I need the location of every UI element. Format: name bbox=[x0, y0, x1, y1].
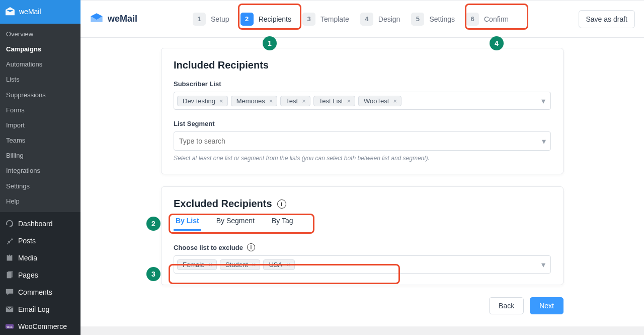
chip-remove-icon[interactable]: × bbox=[301, 97, 307, 105]
sidebar-item-integrations[interactable]: Integrations bbox=[0, 163, 80, 178]
step-design[interactable]: 4Design bbox=[360, 13, 400, 26]
chip-label: USA bbox=[269, 261, 282, 269]
wp-nav-woocommerce[interactable]: WooWooCommerce bbox=[0, 318, 80, 335]
wp-nav-email-log[interactable]: Email Log bbox=[0, 301, 80, 318]
chip-label: Student bbox=[225, 261, 248, 269]
excluded-tabs: By ListBy SegmentBy Tag bbox=[174, 212, 551, 230]
chip-label: Dev testing bbox=[183, 97, 215, 105]
step-setup[interactable]: 1Setup bbox=[193, 13, 229, 26]
stepper: 1Setup2Recipients3Template4Design5Settin… bbox=[193, 13, 509, 26]
sidebar-main-nav: DashboardPostsMediaPagesCommentsEmail Lo… bbox=[0, 212, 80, 335]
pages-icon bbox=[5, 271, 14, 280]
chevron-down-icon: ▾ bbox=[542, 137, 546, 146]
chip-remove-icon[interactable]: × bbox=[285, 261, 291, 269]
pin-icon bbox=[5, 236, 14, 245]
segment-helper-text: Select at least one list or segment from… bbox=[174, 155, 551, 162]
step-number: 3 bbox=[302, 13, 315, 26]
sidebar-item-help[interactable]: Help bbox=[0, 194, 80, 209]
step-label: Design bbox=[378, 15, 400, 23]
wp-nav-posts[interactable]: Posts bbox=[0, 232, 80, 249]
sidebar-submenu: OverviewCampaignsAutomationsListsSuppres… bbox=[0, 24, 80, 212]
choose-list-label-text: Choose list to exclude bbox=[174, 244, 243, 251]
wp-nav-label: Pages bbox=[18, 271, 38, 279]
step-confirm[interactable]: 6Confirm bbox=[466, 13, 509, 26]
sidebar-item-lists[interactable]: Lists bbox=[0, 72, 80, 87]
included-recipients-card: Included Recipients Subscriber List Dev … bbox=[161, 48, 564, 174]
tab-by-tag[interactable]: By Tag bbox=[270, 212, 295, 230]
chip-label: Memories bbox=[236, 97, 265, 105]
info-icon[interactable]: i bbox=[247, 243, 255, 251]
tab-by-segment[interactable]: By Segment bbox=[214, 212, 257, 230]
step-label: Recipients bbox=[259, 15, 291, 23]
chip-label: Female bbox=[183, 261, 204, 269]
sidebar-item-overview[interactable]: Overview bbox=[0, 27, 80, 42]
chip-remove-icon[interactable]: × bbox=[268, 97, 274, 105]
step-label: Template bbox=[320, 15, 349, 23]
step-label: Settings bbox=[429, 15, 455, 23]
wp-nav-label: Media bbox=[18, 254, 37, 262]
subscriber-list-chip: Test List× bbox=[313, 96, 355, 106]
sidebar-item-forms[interactable]: Forms bbox=[0, 103, 80, 118]
sidebar-item-billing[interactable]: Billing bbox=[0, 148, 80, 163]
chip-remove-icon[interactable]: × bbox=[207, 261, 213, 269]
info-icon[interactable]: i bbox=[277, 199, 286, 209]
step-recipients[interactable]: 2Recipients bbox=[240, 13, 291, 26]
subscriber-list-chip: Memories× bbox=[231, 96, 278, 106]
wp-nav-label: Dashboard bbox=[18, 220, 53, 228]
subscriber-list-multiselect[interactable]: Dev testing×Memories×Test×Test List×WooT… bbox=[174, 92, 551, 110]
step-settings[interactable]: 5Settings bbox=[411, 13, 455, 26]
chip-remove-icon[interactable]: × bbox=[346, 97, 352, 105]
chip-remove-icon[interactable]: × bbox=[251, 261, 257, 269]
exclude-list-multiselect[interactable]: Female×Student×USA×▾ bbox=[174, 255, 551, 274]
step-template[interactable]: 3Template bbox=[302, 13, 349, 26]
wp-nav-pages[interactable]: Pages bbox=[0, 266, 80, 284]
sidebar-item-settings[interactable]: Settings bbox=[0, 179, 80, 194]
wp-nav-media[interactable]: Media bbox=[0, 249, 80, 266]
wp-sidebar: weMail OverviewCampaignsAutomationsLists… bbox=[0, 0, 80, 335]
step-number: 5 bbox=[411, 13, 424, 26]
save-as-draft-button[interactable]: Save as draft bbox=[579, 10, 635, 28]
sidebar-item-campaigns[interactable]: Campaigns bbox=[0, 42, 80, 57]
chevron-down-icon: ▾ bbox=[541, 260, 545, 270]
wp-nav-label: Comments bbox=[18, 288, 52, 296]
wemail-logo-icon bbox=[90, 12, 104, 26]
topbar: weMail 1Setup2Recipients3Template4Design… bbox=[80, 1, 644, 38]
step-number: 4 bbox=[360, 13, 373, 26]
exclude-list-chip: USA× bbox=[263, 259, 294, 270]
next-button[interactable]: Next bbox=[530, 297, 564, 314]
email-icon bbox=[5, 305, 14, 314]
sidebar-wemail-header[interactable]: weMail bbox=[0, 0, 80, 24]
sidebar-item-import[interactable]: Import bbox=[0, 118, 80, 133]
sidebar-item-automations[interactable]: Automations bbox=[0, 57, 80, 72]
brand: weMail bbox=[90, 12, 137, 26]
wp-nav-comments[interactable]: Comments bbox=[0, 284, 80, 301]
step-label: Confirm bbox=[484, 15, 509, 23]
sidebar-brand-label: weMail bbox=[19, 8, 41, 16]
step-number: 1 bbox=[193, 13, 206, 26]
list-segment-label: List Segment bbox=[174, 120, 551, 127]
dashboard-icon bbox=[5, 219, 14, 228]
choose-list-label: Choose list to exclude i bbox=[174, 243, 551, 251]
chip-label: Test bbox=[286, 97, 298, 105]
back-button[interactable]: Back bbox=[489, 297, 524, 314]
chevron-down-icon: ▾ bbox=[541, 96, 545, 106]
subscriber-list-chip: Dev testing× bbox=[177, 96, 228, 106]
subscriber-list-chip: WooTest× bbox=[358, 96, 401, 106]
sidebar-item-suppressions[interactable]: Suppressions bbox=[0, 88, 80, 103]
list-segment-input[interactable] bbox=[174, 131, 551, 151]
wp-nav-label: Email Log bbox=[18, 305, 49, 313]
wp-nav-label: WooCommerce bbox=[18, 322, 67, 330]
step-number: 6 bbox=[466, 13, 479, 26]
chip-remove-icon[interactable]: × bbox=[218, 97, 224, 105]
chip-remove-icon[interactable]: × bbox=[392, 97, 398, 105]
excluded-title: Excluded Recipients bbox=[174, 198, 272, 210]
wp-nav-dashboard[interactable]: Dashboard bbox=[0, 215, 80, 232]
subscriber-list-label: Subscriber List bbox=[174, 80, 551, 88]
tab-by-list[interactable]: By List bbox=[174, 212, 201, 230]
mail-open-icon bbox=[5, 7, 15, 17]
included-title: Included Recipients bbox=[174, 59, 551, 71]
media-icon bbox=[5, 253, 14, 262]
sidebar-item-teams[interactable]: Teams bbox=[0, 133, 80, 148]
footer-buttons: Back Next bbox=[161, 297, 564, 314]
svg-rect-1 bbox=[8, 271, 13, 278]
